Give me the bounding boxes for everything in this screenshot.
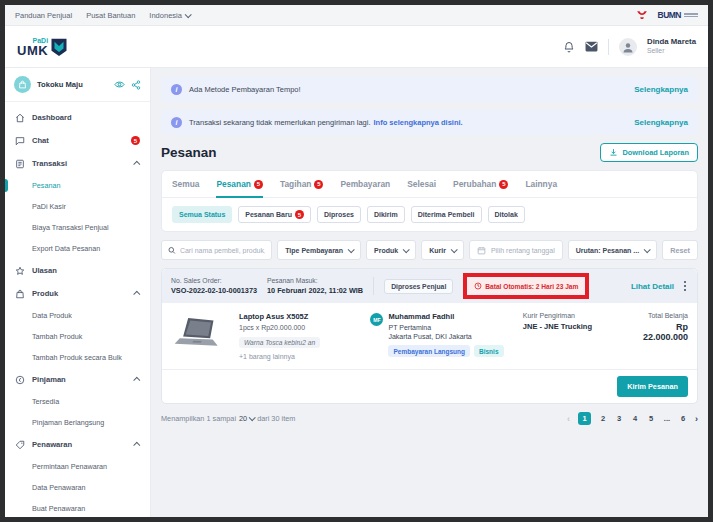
banner-inline-link[interactable]: Info selengkapnya disini. bbox=[373, 118, 462, 127]
sidebar-item-tambah-produk-bulk[interactable]: Tambah Produk secara Bulk bbox=[5, 347, 150, 368]
page-3[interactable]: 3 bbox=[615, 414, 623, 423]
loan-coin-icon bbox=[15, 375, 25, 385]
product-image[interactable] bbox=[171, 312, 229, 356]
order-status-chip: Diproses Penjual bbox=[384, 279, 453, 294]
sidebar-item-pinjaman-berlangsung[interactable]: Pinjaman Berlangsung bbox=[5, 412, 150, 433]
produk-dropdown[interactable]: Produk bbox=[366, 240, 416, 260]
sidebar-item-ulasan[interactable]: Ulasan bbox=[5, 259, 150, 282]
date-range-picker[interactable]: Pilih rentang tanggal bbox=[469, 240, 563, 260]
chevron-down-icon bbox=[403, 246, 410, 253]
page-5[interactable]: 5 bbox=[647, 414, 655, 423]
store-avatar[interactable] bbox=[14, 76, 31, 93]
sidebar-item-transaksi[interactable]: Transaksi bbox=[5, 152, 150, 175]
sidebar-item-dashboard[interactable]: Dashboard bbox=[5, 106, 150, 129]
search-input[interactable] bbox=[180, 247, 265, 254]
courier-value: JNE - JNE Trucking bbox=[523, 322, 622, 331]
kebab-menu-icon[interactable] bbox=[682, 279, 688, 292]
page-controls: ‹ 1 2 3 4 5 ... 6 › bbox=[567, 412, 698, 425]
sidebar-item-export-data[interactable]: Export Data Pesanan bbox=[5, 238, 150, 259]
tabs-card: Semua Pesanan5 Tagihan5 Pembayaran Seles… bbox=[161, 170, 698, 232]
sidebar-item-label: Pinjaman Berlangsung bbox=[32, 418, 104, 427]
sidebar-item-label: Transaksi bbox=[32, 159, 67, 168]
product-more-items[interactable]: +1 barang lainnya bbox=[239, 353, 360, 360]
sidebar-item-data-penawaran[interactable]: Data Penawaran bbox=[5, 477, 150, 498]
reset-button[interactable]: Reset bbox=[662, 240, 698, 260]
mail-icon[interactable] bbox=[585, 41, 598, 52]
tab-tagihan[interactable]: Tagihan5 bbox=[280, 171, 323, 198]
language-selector[interactable]: Indonesia bbox=[149, 11, 190, 20]
next-page-icon[interactable]: › bbox=[695, 414, 698, 424]
total-label: Total Belanja bbox=[632, 312, 689, 319]
sort-dropdown[interactable]: Urutan: Pesanan ... bbox=[568, 240, 657, 260]
chat-badge: 5 bbox=[131, 136, 140, 145]
annotation-highlight-box: Batal Otomatis: 2 Hari 23 Jam bbox=[463, 273, 589, 299]
store-actions bbox=[114, 80, 141, 90]
chip-ditolak[interactable]: Ditolak bbox=[488, 206, 525, 223]
sidebar-item-label: Tersedia bbox=[32, 397, 59, 406]
bumn-logo: BUMN bbox=[658, 10, 699, 20]
pagination-summary-prefix: Menampilkan 1 sampai bbox=[161, 414, 236, 423]
sidebar-item-label: Dashboard bbox=[32, 113, 72, 122]
send-order-button[interactable]: Kirim Pesanan bbox=[617, 376, 688, 397]
chip-semua-status[interactable]: Semua Status bbox=[172, 206, 232, 223]
chevron-up-icon bbox=[133, 161, 140, 168]
page-6[interactable]: 6 bbox=[679, 414, 687, 423]
user-avatar[interactable] bbox=[619, 38, 637, 56]
banner-action-link[interactable]: Selengkapnya bbox=[634, 118, 688, 127]
bell-icon[interactable] bbox=[563, 41, 575, 53]
product-qty-price: 1pcs x Rp20.000.000 bbox=[239, 324, 360, 331]
kurir-dropdown[interactable]: Kurir bbox=[421, 240, 464, 260]
sidebar-item-label: Data Produk bbox=[32, 311, 72, 320]
link-pusat-bantuan[interactable]: Pusat Bantuan bbox=[86, 11, 135, 20]
sidebar-item-permintaan-penawaran[interactable]: Permintaan Penawaran bbox=[5, 456, 150, 477]
language-label: Indonesia bbox=[149, 11, 182, 20]
padi-umkm-logo[interactable]: PaDi UMK bbox=[17, 37, 68, 57]
prev-page-icon[interactable]: ‹ bbox=[567, 414, 570, 424]
sidebar-item-label: Chat bbox=[32, 136, 49, 145]
sidebar-item-pesanan[interactable]: Pesanan bbox=[5, 175, 150, 196]
banner-action-link[interactable]: Selengkapnya bbox=[634, 85, 688, 94]
sidebar-item-data-produk[interactable]: Data Produk bbox=[5, 305, 150, 326]
tab-pembayaran[interactable]: Pembayaran bbox=[340, 171, 390, 198]
chip-diproses[interactable]: Diproses bbox=[317, 206, 361, 223]
page-4[interactable]: 4 bbox=[631, 414, 639, 423]
tab-lainnya[interactable]: Lainnya bbox=[525, 171, 557, 198]
link-panduan-penjual[interactable]: Panduan Penjual bbox=[15, 11, 72, 20]
user-info[interactable]: Dinda Mareta Seller bbox=[647, 37, 696, 55]
page-ellipsis: ... bbox=[663, 414, 671, 423]
download-report-label: Download Laporan bbox=[622, 148, 689, 157]
sidebar-item-pinjaman[interactable]: Pinjaman bbox=[5, 368, 150, 391]
page-2[interactable]: 2 bbox=[599, 414, 607, 423]
clock-icon bbox=[474, 282, 482, 290]
star-icon bbox=[15, 266, 25, 276]
chip-dikirim[interactable]: Dikirim bbox=[367, 206, 405, 223]
per-page-dropdown[interactable]: 20 bbox=[239, 414, 254, 423]
sidebar-item-penawaran[interactable]: Penawaran bbox=[5, 433, 150, 456]
view-detail-link[interactable]: Lihat Detail bbox=[631, 282, 674, 291]
tab-perubahan[interactable]: Perubahan5 bbox=[453, 171, 508, 198]
sidebar-item-buat-penawaran[interactable]: Buat Penawaran bbox=[5, 498, 150, 517]
user-name: Dinda Mareta bbox=[647, 37, 696, 47]
buyer-chips: Pembayaran Langsung Bisnis bbox=[388, 345, 503, 357]
info-icon bbox=[171, 84, 182, 95]
tipe-pembayaran-dropdown[interactable]: Tipe Pembayaran bbox=[277, 240, 361, 260]
sidebar-item-tambah-produk[interactable]: Tambah Produk bbox=[5, 326, 150, 347]
share-icon[interactable] bbox=[131, 80, 141, 90]
tab-semua[interactable]: Semua bbox=[172, 171, 199, 198]
eye-icon[interactable] bbox=[114, 80, 125, 89]
page-1[interactable]: 1 bbox=[578, 412, 591, 425]
sidebar-item-produk[interactable]: Produk bbox=[5, 282, 150, 305]
sidebar-item-padi-kasir[interactable]: PaDi Kasir bbox=[5, 196, 150, 217]
chip-diterima-pembeli[interactable]: Diterima Pembeli bbox=[411, 206, 482, 223]
tab-pesanan[interactable]: Pesanan5 bbox=[216, 171, 262, 198]
sidebar-item-biaya-transaksi[interactable]: Biaya Transaksi Penjual bbox=[5, 217, 150, 238]
logo-text: PaDi UMK bbox=[17, 37, 48, 57]
chevron-up-icon bbox=[133, 442, 140, 449]
chip-pesanan-baru[interactable]: Pesanan Baru5 bbox=[238, 206, 311, 223]
product-info: Laptop Asus X505Z 1pcs x Rp20.000.000 Wa… bbox=[239, 312, 360, 360]
status-filter-chips: Semua Status Pesanan Baru5 Diproses Diki… bbox=[162, 198, 697, 231]
sidebar-item-chat[interactable]: Chat 5 bbox=[5, 129, 150, 152]
tab-selesai[interactable]: Selesai bbox=[407, 171, 436, 198]
download-report-button[interactable]: Download Laporan bbox=[600, 143, 698, 162]
sidebar-item-tersedia[interactable]: Tersedia bbox=[5, 391, 150, 412]
